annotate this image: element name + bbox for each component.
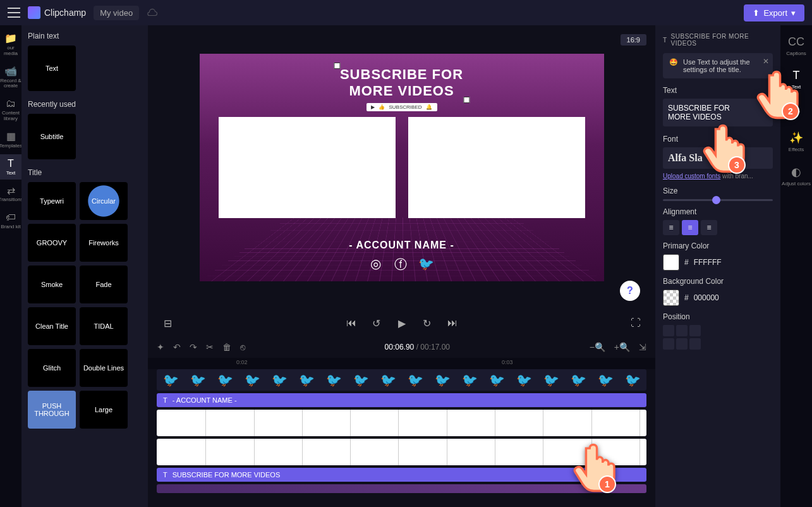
close-tip-button[interactable]: ✕ — [763, 57, 769, 66]
timeline-ruler[interactable]: 0:020:03 — [148, 358, 655, 369]
zoom-in-button[interactable]: +🔍 — [614, 342, 630, 352]
split-button[interactable]: ⎋ — [240, 342, 245, 352]
title-preset-push-through[interactable]: PUSH THROUGH — [28, 391, 76, 429]
account-name-text: - ACCOUNT NAME - — [349, 240, 454, 251]
undo-button[interactable]: ↶ — [173, 342, 181, 352]
left-nav-transitions[interactable]: ⇄Transitions — [0, 181, 21, 207]
export-button[interactable]: ⬆ Export ▾ — [744, 4, 804, 21]
text-content-input[interactable] — [663, 99, 773, 126]
pos-ml[interactable] — [663, 338, 674, 350]
magic-button[interactable]: ✦ — [157, 342, 164, 352]
project-name[interactable]: My video — [94, 6, 139, 20]
help-button[interactable]: ? — [620, 281, 640, 301]
forward-button[interactable]: ↻ — [420, 316, 434, 330]
track-clip-video2[interactable] — [157, 439, 646, 465]
bg-color-swatch[interactable] — [663, 290, 679, 306]
pos-mc[interactable] — [676, 338, 688, 350]
right-nav-captions[interactable]: CCCaptions — [780, 30, 812, 61]
track-clip-account-name[interactable]: T- ACCOUNT NAME - — [157, 393, 646, 407]
chevron-down-icon: ▾ — [791, 8, 796, 18]
captions-toggle[interactable]: ⊟ — [161, 316, 174, 330]
app-logo[interactable]: Clipchamp — [28, 6, 86, 19]
video-slot-left — [219, 117, 396, 218]
right-nav: CCCaptionsTText✎✨Effects◐Adjust colors — [780, 25, 812, 507]
left-nav-templates[interactable]: ▦Templates — [0, 127, 21, 153]
title-preset-fade[interactable]: Fade — [80, 266, 128, 303]
app-name: Clipchamp — [44, 8, 86, 18]
left-nav-record-create[interactable]: 📹Record & create — [0, 62, 21, 94]
fit-button[interactable]: ⇲ — [639, 342, 646, 352]
left-nav-text[interactable]: TText — [0, 154, 21, 180]
pos-mr[interactable] — [689, 338, 701, 350]
plain-text-heading: Plain text — [28, 32, 142, 40]
delete-button[interactable]: 🗑 — [222, 342, 231, 352]
fullscreen-button[interactable]: ⛶ — [629, 316, 643, 330]
center-area: 16:9 SUBSCRIBE FOR MORE VIDEOS ▶👍SUBSCRI… — [148, 25, 655, 507]
font-field-label: Font — [663, 135, 773, 144]
size-slider[interactable] — [663, 199, 773, 201]
align-left-button[interactable]: ≡ — [663, 220, 679, 235]
title-preset-fireworks[interactable]: Fireworks — [80, 224, 128, 262]
text-field-label: Text — [663, 86, 773, 95]
track-clip-twitter[interactable]: 🐦🐦🐦🐦🐦🐦🐦🐦🐦🐦🐦🐦🐦🐦🐦🐦🐦🐦 — [157, 369, 646, 391]
right-nav-item-[interactable]: ✎ — [780, 97, 812, 123]
video-slot-right — [408, 117, 585, 218]
title-preset-large[interactable]: Large — [80, 391, 128, 429]
twitter-icon: 🐦 — [418, 256, 433, 271]
text-preset-subtitle[interactable]: Subtitle — [28, 114, 76, 159]
tip-emoji: 🤩 — [669, 58, 678, 73]
hamburger-menu[interactable] — [8, 8, 20, 18]
redo-button[interactable]: ↷ — [190, 342, 197, 352]
play-button[interactable]: ▶ — [395, 316, 409, 330]
right-nav-text[interactable]: TText — [780, 64, 812, 95]
pos-tr[interactable] — [689, 325, 701, 336]
left-nav-content-library[interactable]: 🗂Content library — [0, 94, 21, 126]
preview-title-text[interactable]: SUBSCRIBE FOR MORE VIDEOS — [340, 66, 463, 99]
left-nav: 📁our media📹Record & create🗂Content libra… — [0, 25, 21, 507]
title-preset-smoke[interactable]: Smoke — [28, 266, 76, 303]
left-nav-our-media[interactable]: 📁our media — [0, 29, 21, 61]
cut-button[interactable]: ✂ — [206, 342, 214, 352]
player-controls: ⊟ ⏮ ↺ ▶ ↻ ⏭ ⛶ — [148, 310, 655, 336]
topbar: Clipchamp My video ⬆ Export ▾ — [0, 0, 812, 25]
title-preset-typewri[interactable]: Typewri — [28, 182, 76, 220]
right-nav-adjust-colors[interactable]: ◐Adjust colors — [780, 160, 812, 192]
title-preset-double-lines[interactable]: Double Lines — [80, 349, 128, 387]
preview-area: 16:9 SUBSCRIBE FOR MORE VIDEOS ▶👍SUBSCRI… — [148, 25, 655, 310]
right-nav-effects[interactable]: ✨Effects — [780, 126, 812, 157]
tip-box: 🤩 Use Text to adjust the settings of the… — [663, 53, 773, 78]
zoom-out-button[interactable]: −🔍 — [590, 342, 605, 352]
rewind-button[interactable]: ↺ — [370, 316, 384, 330]
video-preview[interactable]: SUBSCRIBE FOR MORE VIDEOS ▶👍SUBSCRIBED🔔 … — [200, 54, 604, 281]
text-properties-panel: T SUBSCRIBE FOR MORE VIDEOS 🤩 Use Text t… — [655, 25, 780, 507]
left-nav-brand-kit[interactable]: 🏷Brand kit — [0, 208, 21, 234]
prev-frame-button[interactable]: ⏮ — [344, 316, 358, 330]
sync-icon — [147, 8, 158, 17]
text-sidebar: Plain text Text Recently used Subtitle T… — [21, 25, 148, 507]
primary-color-swatch[interactable] — [663, 254, 679, 271]
title-preset-glitch[interactable]: Glitch — [28, 349, 76, 387]
primary-color-hex[interactable]: FFFFFF — [694, 258, 722, 267]
instagram-icon: ◎ — [370, 256, 385, 271]
pos-tl[interactable] — [663, 325, 674, 336]
bg-color-hex[interactable]: 000000 — [694, 293, 719, 302]
text-preset-text[interactable]: Text — [28, 46, 76, 91]
track-clip-video1[interactable] — [157, 410, 646, 436]
font-selector[interactable]: Alfa Sla — [663, 147, 773, 169]
align-center-button[interactable]: ≡ — [682, 220, 698, 235]
next-frame-button[interactable]: ⏭ — [445, 316, 459, 330]
subscribe-bar: ▶👍SUBSCRIBED🔔 — [366, 103, 437, 111]
track-clip-subscribe[interactable]: TSUBSCRIBE FOR MORE VIDEOS — [157, 468, 646, 482]
timeline-toolbar: ✦ ↶ ↷ ✂ 🗑 ⎋ 00:06.90 / 00:17.00 −🔍 +🔍 ⇲ — [148, 336, 655, 358]
upload-fonts-link[interactable]: Upload custom fonts — [663, 173, 720, 180]
pos-tc[interactable] — [676, 325, 688, 336]
upload-icon: ⬆ — [753, 8, 760, 18]
aspect-ratio-badge[interactable]: 16:9 — [621, 34, 646, 46]
align-right-button[interactable]: ≡ — [701, 220, 717, 235]
title-preset-circular[interactable]: Circular — [80, 182, 128, 220]
clipchamp-icon — [28, 6, 40, 19]
title-preset-tidal[interactable]: TIDAL — [80, 307, 128, 345]
title-preset-groovy[interactable]: GROOVY — [28, 224, 76, 262]
title-preset-clean-title[interactable]: Clean Title — [28, 307, 76, 345]
track-clip-background[interactable] — [157, 484, 646, 493]
